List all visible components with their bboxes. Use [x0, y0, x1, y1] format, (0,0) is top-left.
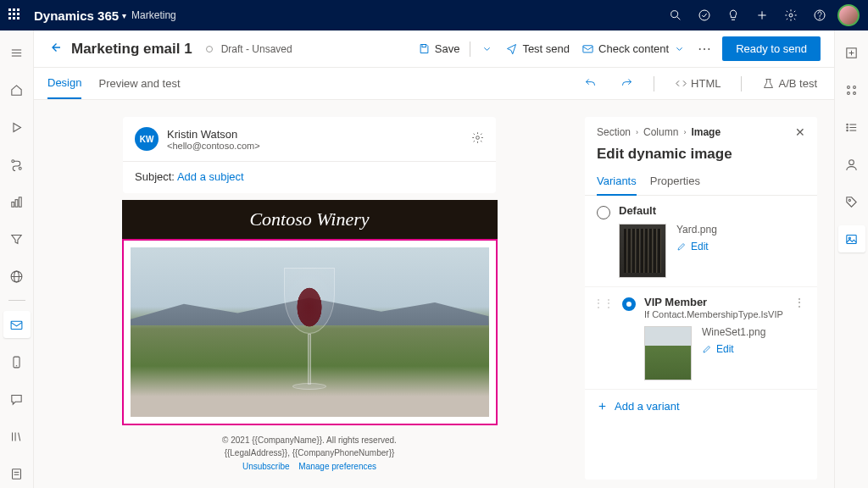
- svg-rect-50: [847, 235, 856, 243]
- left-navigation-rail: [0, 30, 34, 488]
- library-icon[interactable]: [3, 423, 31, 450]
- breadcrumb-section[interactable]: Section: [597, 126, 631, 138]
- person-icon[interactable]: [838, 151, 865, 178]
- svg-point-32: [476, 136, 480, 140]
- variant-name: VIP Member: [644, 296, 785, 308]
- module-name[interactable]: Marketing: [131, 9, 176, 21]
- add-variant-button[interactable]: Add a variant: [585, 390, 817, 423]
- svg-point-13: [12, 159, 14, 162]
- tab-preview[interactable]: Preview and test: [98, 69, 180, 98]
- menu-icon[interactable]: [3, 39, 31, 66]
- sender-email: <hello@contoso.com>: [167, 141, 260, 151]
- sender-header: KW Kristin Watson <hello@contoso.com>: [123, 117, 496, 162]
- radio-icon[interactable]: [597, 206, 610, 219]
- status-text: Draft - Unsaved: [221, 43, 292, 55]
- svg-rect-31: [583, 46, 593, 53]
- analytics-icon[interactable]: [3, 188, 31, 215]
- save-chevron-button[interactable]: [479, 39, 495, 58]
- svg-point-49: [849, 199, 850, 201]
- subject-label: Subject:: [135, 170, 175, 183]
- panel-title: Edit dynamic image: [585, 141, 817, 169]
- edit-variant-link[interactable]: Edit: [676, 241, 717, 252]
- svg-point-39: [854, 86, 856, 88]
- back-arrow-icon[interactable]: [47, 40, 63, 58]
- test-send-button[interactable]: Test send: [504, 39, 571, 58]
- svg-rect-15: [12, 202, 14, 207]
- variant-filename: WineSet1.png: [702, 326, 765, 338]
- properties-panel: Section› Column› Image ✕ Edit dynamic im…: [585, 117, 817, 480]
- task-icon[interactable]: [690, 0, 719, 30]
- user-avatar[interactable]: [837, 4, 860, 26]
- status-indicator-icon: [206, 46, 213, 53]
- list-icon[interactable]: [838, 114, 865, 141]
- sender-avatar: KW: [135, 127, 159, 151]
- undo-icon[interactable]: [581, 74, 600, 93]
- svg-rect-21: [11, 321, 22, 329]
- manage-prefs-link[interactable]: Manage preferences: [298, 462, 376, 471]
- variant-default[interactable]: Default Yard.png Edit: [585, 196, 817, 287]
- variant-more-icon[interactable]: ⋮: [793, 296, 805, 309]
- ab-test-button[interactable]: A/B test: [759, 74, 821, 93]
- svg-point-14: [19, 167, 21, 169]
- check-content-button[interactable]: Check content: [580, 39, 687, 58]
- variant-vip[interactable]: ⋮⋮ VIP Member If Contact.MembershipType.…: [585, 287, 817, 390]
- svg-line-26: [19, 432, 20, 441]
- page-title: Marketing email 1: [71, 41, 192, 58]
- svg-point-44: [847, 126, 848, 127]
- play-icon[interactable]: [3, 114, 31, 141]
- email-logo-bar[interactable]: Contoso Winery: [122, 200, 498, 239]
- components-icon[interactable]: [838, 76, 865, 103]
- ready-to-send-button[interactable]: Ready to send: [722, 36, 821, 61]
- expand-icon[interactable]: [838, 39, 865, 66]
- filter-icon[interactable]: [3, 225, 31, 252]
- mobile-icon[interactable]: [3, 348, 31, 375]
- home-icon[interactable]: [3, 76, 31, 103]
- image-icon[interactable]: [838, 225, 865, 252]
- email-canvas[interactable]: KW Kristin Watson <hello@contoso.com> Su…: [51, 117, 568, 480]
- help-icon[interactable]: [805, 0, 834, 30]
- globe-icon[interactable]: [3, 263, 31, 290]
- forms-icon[interactable]: [3, 460, 31, 487]
- more-button[interactable]: ⋯: [696, 37, 714, 60]
- svg-point-41: [854, 92, 856, 94]
- radio-icon[interactable]: [622, 297, 636, 311]
- product-brand[interactable]: Dynamics 365: [34, 8, 119, 23]
- drag-handle-icon[interactable]: ⋮⋮: [593, 297, 614, 309]
- svg-point-6: [789, 14, 793, 17]
- panel-tab-properties[interactable]: Properties: [650, 169, 700, 195]
- chevron-down-icon[interactable]: ▾: [122, 11, 126, 20]
- add-subject-link[interactable]: Add a subject: [177, 170, 244, 183]
- sender-settings-icon[interactable]: [471, 131, 484, 147]
- svg-point-0: [671, 11, 678, 18]
- add-icon[interactable]: [748, 0, 776, 30]
- save-button[interactable]: Save: [416, 39, 462, 58]
- chat-icon[interactable]: [3, 385, 31, 413]
- breadcrumb-column[interactable]: Column: [643, 126, 678, 138]
- variant-condition: If Contact.MembershipType.IsVIP: [644, 309, 785, 319]
- tab-design[interactable]: Design: [47, 68, 81, 99]
- edit-variant-link[interactable]: Edit: [702, 343, 765, 355]
- top-navigation-bar: Dynamics 365 ▾ Marketing: [0, 0, 868, 30]
- search-icon[interactable]: [661, 0, 690, 30]
- svg-rect-16: [15, 199, 18, 207]
- variant-thumbnail[interactable]: [644, 326, 692, 380]
- email-icon[interactable]: [3, 311, 31, 338]
- svg-point-8: [820, 18, 821, 19]
- html-toggle[interactable]: HTML: [671, 74, 724, 93]
- sender-name: Kristin Watson: [167, 128, 260, 141]
- unsubscribe-link[interactable]: Unsubscribe: [242, 462, 290, 471]
- svg-point-42: [847, 124, 848, 125]
- close-panel-icon[interactable]: ✕: [795, 125, 805, 139]
- redo-icon[interactable]: [617, 74, 637, 93]
- variant-thumbnail[interactable]: [619, 224, 666, 278]
- journeys-icon[interactable]: [3, 151, 31, 178]
- subject-row: Subject: Add a subject: [123, 162, 496, 193]
- panel-tab-variants[interactable]: Variants: [597, 169, 637, 196]
- tag-icon[interactable]: [838, 188, 865, 215]
- svg-rect-17: [19, 197, 21, 206]
- dynamic-image-block[interactable]: [122, 239, 498, 425]
- settings-gear-icon[interactable]: [776, 0, 805, 30]
- bulb-icon[interactable]: [719, 0, 748, 30]
- email-footer: © 2021 {{CompanyName}}. All rights reser…: [222, 434, 397, 459]
- app-launcher-icon[interactable]: [8, 8, 22, 22]
